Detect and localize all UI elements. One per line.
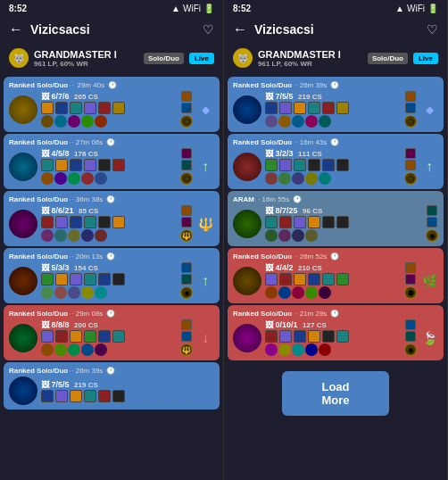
clock-icon: 🕐: [106, 195, 115, 203]
match-duration: · 16m 55s: [258, 195, 289, 203]
match-header: Ranked Solo/Duo · 27m 06s 🕐: [9, 138, 214, 146]
match-card[interactable]: Ranked Solo/Duo · 21m 29s 🕐 🖼 0/10/1 127…: [228, 305, 444, 360]
champion-icon: [233, 210, 261, 238]
match-body: 🖼 8/6/21 85 CS: [9, 205, 214, 242]
match-card[interactable]: Ranked Solo/Duo · 26m 39s 🕐 🖼 7/5/5 219 …: [4, 362, 220, 410]
items-row: [265, 273, 401, 286]
match-card[interactable]: Ranked Solo/Duo · 29m 08s 🕐 🖼 8/8/8 200 …: [4, 305, 220, 360]
clock-icon: 🕐: [106, 252, 115, 261]
kda-display: 🖼 7/5/5 219 CS: [265, 92, 401, 101]
rune-icon: ⬡: [404, 115, 417, 128]
kda-icon: 🖼: [265, 206, 276, 215]
match-card[interactable]: Ranked Solo/Duo · 26m 39s 🕐 🖼 7/5/5 219 …: [228, 77, 444, 132]
rune-icon: 🔱: [180, 229, 193, 242]
mini-champ: [54, 343, 67, 356]
kda-icon: 🖼: [41, 320, 52, 329]
kda-value: 0/10/1: [276, 320, 298, 329]
item-slot: [308, 273, 320, 286]
match-card[interactable]: ARAM · 16m 55s 🕐 🖼 8/7/25 96 CS: [228, 191, 444, 246]
mini-champ: [95, 229, 107, 242]
match-duration: · 20m 13s: [71, 252, 103, 261]
kda-display: 🖼 8/6/21 85 CS: [41, 206, 177, 215]
match-side: ⬡: [180, 148, 193, 185]
heart-button[interactable]: ♡: [203, 22, 214, 37]
summoner-spells: [181, 262, 192, 285]
item-slot: [112, 159, 125, 171]
mini-champ: [278, 229, 291, 242]
back-button[interactable]: ←: [9, 21, 23, 37]
item-slot: [98, 216, 111, 228]
wolf-icon: 🐺: [9, 48, 29, 68]
item-slot: [279, 159, 292, 171]
match-card[interactable]: Ranked Solo/Duo · 29m 40s 🕐 🖼 6/7/6 205 …: [4, 77, 220, 132]
right-time: 8:52: [233, 4, 251, 13]
champion-icon: [9, 210, 37, 238]
items-row: [41, 216, 177, 228]
match-card[interactable]: Ranked Solo/Duo · 20m 13s 🕐 🖼 5/3/3 154 …: [4, 248, 220, 303]
item-slot: [70, 390, 82, 402]
match-duration: · 16m 43s: [295, 138, 327, 146]
item-slot: [265, 330, 278, 343]
kda-value: 6/7/6: [52, 92, 70, 101]
match-type: ARAM: [233, 195, 254, 203]
match-time: ·: [71, 81, 73, 89]
match-stats: 🖼 6/7/6 205 CS: [41, 92, 177, 128]
right-page-title: Vizicsacsi: [254, 22, 419, 37]
match-body: 🖼 0/10/1 127 CS: [233, 319, 438, 356]
mini-champ: [41, 286, 54, 299]
mini-champ: [305, 343, 318, 356]
back-button[interactable]: ←: [233, 21, 247, 37]
match-card[interactable]: Ranked Solo/Duo · 16m 43s 🕐 🖼 3/2/3 111 …: [228, 134, 444, 189]
match-stats: 🖼 7/5/5 219 CS: [41, 380, 214, 402]
rune-icon: ◉: [180, 286, 193, 299]
load-more-button[interactable]: Load More: [282, 371, 389, 416]
items-row: [41, 330, 177, 343]
mini-champ: [305, 229, 318, 242]
item-slot: [55, 159, 68, 171]
summoner-spells: [181, 148, 192, 170]
kda-value: 8/8/8: [52, 320, 70, 329]
live-badge: Live: [189, 53, 214, 64]
item-slot: [41, 159, 54, 171]
mini-champ: [278, 286, 291, 299]
item-slot: [336, 102, 349, 114]
mini-champ: [41, 229, 54, 242]
mini-champ: [292, 286, 304, 299]
match-type: Ranked Solo/Duo: [9, 138, 68, 146]
match-header: Ranked Solo/Duo · 16m 43s 🕐: [233, 138, 438, 146]
mini-champ: [265, 229, 278, 242]
spell-slot: [181, 91, 192, 102]
match-header: Ranked Solo/Duo · 36m 38s 🕐: [9, 195, 214, 203]
kda-display: 🖼 8/8/8 200 CS: [41, 320, 177, 329]
match-card[interactable]: Ranked Solo/Duo · 27m 06s 🕐 🖼 4/5/8 178 …: [4, 134, 220, 189]
item-slot: [112, 390, 125, 402]
rune-icon: ◉: [426, 229, 438, 242]
item-slot: [322, 159, 335, 171]
items-row: [265, 216, 422, 228]
item-slot: [279, 216, 292, 228]
rune-icon: ⬡: [180, 115, 193, 128]
mini-champ: [305, 115, 318, 128]
match-card[interactable]: Ranked Solo/Duo · 36m 38s 🕐 🖼 8/6/21 85 …: [4, 191, 220, 246]
items-row: [41, 159, 177, 171]
result-indicator: ◆: [420, 101, 438, 119]
signal-icon: ▲: [171, 4, 180, 13]
right-status-bar: 8:52 ▲ WiFi 🔋: [224, 0, 447, 16]
clock-icon: 🕐: [108, 81, 117, 89]
spell-slot: [181, 331, 192, 342]
spell-slot: [181, 262, 192, 273]
cs-value: 205 CS: [74, 93, 98, 101]
arrow-up-icon: ↑: [202, 273, 209, 289]
item-slot: [308, 159, 320, 171]
heart-button[interactable]: ♡: [427, 22, 438, 37]
kda-value: 8/7/25: [276, 206, 298, 215]
arrow-up-icon: ↑: [426, 159, 433, 175]
match-stats: 🖼 5/3/3 154 CS: [41, 263, 177, 299]
match-card[interactable]: Ranked Solo/Duo · 26m 52s 🕐 🖼 4/4/2 210 …: [228, 248, 444, 303]
mini-champ: [81, 172, 94, 185]
match-type: Ranked Solo/Duo: [9, 310, 68, 318]
match-header: Ranked Solo/Duo · 21m 29s 🕐: [233, 310, 438, 318]
item-slot: [70, 159, 82, 171]
result-indicator: ↑: [196, 272, 214, 290]
item-slot: [70, 330, 82, 343]
